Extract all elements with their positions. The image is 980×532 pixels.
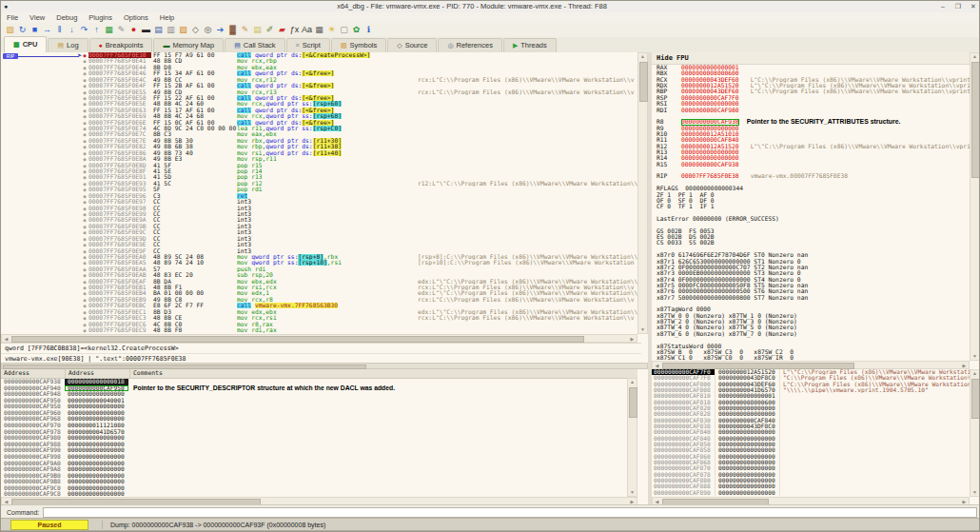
disasm-hscrollbar[interactable]: ◀ ▶	[1, 334, 637, 343]
fx-icon[interactable]: ƒx	[288, 24, 301, 36]
dump-address: 0000000000CAF9A8	[1, 466, 65, 473]
disasm-address: 00007FF7685F0EC9	[88, 327, 151, 333]
step-over-icon[interactable]: ↷	[78, 24, 90, 36]
tab-threads[interactable]: ▶Threads	[503, 38, 557, 52]
dump-comment	[128, 466, 637, 473]
stack-value: 0000000000000000	[715, 490, 780, 496]
call-stack-icon[interactable]: ▤	[152, 24, 165, 36]
registers-hscrollbar[interactable]: ◀ ▶	[652, 361, 970, 369]
dump-row[interactable]: 0000000000CAF9700000000011121080	[1, 423, 637, 429]
registers-vscrollbar[interactable]: ▲ ▼	[970, 52, 980, 361]
tab-source[interactable]: ◇Source	[387, 38, 437, 52]
tab-log[interactable]: ▤Log	[48, 38, 88, 52]
register-value: 00007FF7685F0E38	[681, 173, 739, 179]
cpu-chip-icon[interactable]: ▦	[103, 24, 115, 36]
tab-cpu[interactable]: ▦CPU	[4, 36, 47, 52]
goto-icon[interactable]: ➔	[214, 24, 226, 36]
pencil-icon[interactable]: ✎	[239, 24, 251, 36]
menu-item-options[interactable]: Options	[118, 12, 154, 23]
minimize-button[interactable]: –	[937, 1, 949, 12]
tab-call-stack[interactable]: ▤Call Stack	[225, 38, 284, 52]
symbols-icon[interactable]: ▧	[177, 24, 189, 36]
favourites-icon[interactable]: ✿	[350, 24, 363, 36]
dump-row[interactable]: 0000000000CAF9380000000000000018	[1, 379, 637, 385]
edit-page-icon[interactable]: ✎	[115, 24, 127, 36]
close-button[interactable]: ✕	[968, 1, 979, 12]
stack-panel[interactable]: 0000000000CAF7F00000000012A51520L"\"C:\\…	[652, 369, 970, 497]
dump-row[interactable]: 0000000000CAF9900000000000000000	[1, 447, 637, 454]
menu-item-help[interactable]: Help	[154, 12, 180, 23]
dump-comment	[128, 379, 637, 385]
dump-value: 0000000000040001	[65, 398, 128, 404]
notes-icon[interactable]: ▤	[251, 24, 264, 36]
script-icon[interactable]: ▥	[165, 24, 177, 36]
dump-vscrollbar[interactable]: ▲ ▼	[627, 378, 637, 497]
run-icon[interactable]: →	[41, 24, 53, 36]
disasm-vscrollbar[interactable]: ▲ ▼	[637, 52, 648, 334]
debug-state-badge: Paused	[10, 520, 88, 530]
open-file-icon[interactable]: ▨	[4, 24, 16, 36]
disassembly-panel[interactable]: ●00007FF7685F0E38FF 15 F7 A9 61 00call q…	[1, 52, 637, 334]
breakpoint-dot-icon[interactable]: ●	[81, 327, 88, 333]
tab-bar: ▦CPU▤Log●Breakpoints▬Memory Map▤Call Sta…	[1, 37, 980, 53]
dump-row[interactable]: 0000000000CAF9B00000000000000000	[1, 473, 637, 480]
eraser-icon[interactable]: ▰	[276, 24, 288, 36]
tab-symbols[interactable]: ▧Symbols	[331, 38, 386, 52]
tab-script[interactable]: ≡Script	[286, 38, 330, 52]
dump-panel[interactable]: Address Address Comments 0000000000CAF93…	[1, 369, 637, 504]
source-icon[interactable]: ◇	[189, 24, 202, 36]
horizontal-splitter[interactable]	[1, 363, 648, 369]
step-into-icon[interactable]: ↓	[66, 24, 78, 36]
pause-icon[interactable]: ‖	[53, 24, 66, 36]
registers-panel[interactable]: Hide FPU RAX0000000000000001RBX000000000…	[652, 52, 970, 361]
dump-row[interactable]: 0000000000CAF97800000000041D6570	[1, 429, 637, 436]
dump-header-address2[interactable]: Address	[66, 369, 130, 378]
stack-row[interactable]: 0000000000CAF8900000000000000000	[652, 490, 970, 496]
disasm-row[interactable]: ●00007FF7685F0EC948 8B F8mov rdi,rax	[1, 327, 637, 333]
dump-row[interactable]: 0000000000CAF9A80000000000000000	[1, 466, 637, 473]
stop-icon[interactable]: ■	[29, 24, 41, 36]
menu-item-debug[interactable]: Debug	[50, 12, 83, 23]
tab-breakpoints[interactable]: ●Breakpoints	[89, 38, 153, 52]
dump-row[interactable]: 0000000000CAF9980000000000000000	[1, 454, 637, 461]
highlight-icon[interactable]: ✐	[264, 24, 276, 36]
tab-memory-map-icon: ▬	[163, 39, 169, 52]
command-input[interactable]	[43, 507, 977, 518]
window-icon[interactable]: ▢	[338, 24, 350, 36]
tab-memory-map[interactable]: ▬Memory Map	[153, 38, 224, 52]
dump-address: 0000000000CAF970	[1, 423, 65, 429]
restart-icon[interactable]: ↻	[16, 24, 29, 36]
dump-row[interactable]: 0000000000CAF9800000000000000000	[1, 435, 637, 442]
dump-header-address1[interactable]: Address	[1, 369, 66, 378]
menu-item-view[interactable]: View	[24, 12, 50, 23]
rip-arrow-line	[18, 56, 79, 57]
disasm-bytes: 48 8B F8	[151, 327, 237, 333]
dump-row[interactable]: 0000000000CAF9C00000000000000000	[1, 485, 637, 492]
search-icon[interactable]: ◎	[202, 24, 214, 36]
info-icon[interactable]: ℹ	[363, 24, 375, 36]
tab-references[interactable]: ◎References	[438, 38, 501, 52]
patches-icon[interactable]: ▓	[226, 24, 239, 36]
maximize-button[interactable]: ❐	[952, 1, 964, 12]
dump-row[interactable]: 0000000000CAF9680000000000000000	[1, 416, 637, 423]
dump-row[interactable]: 0000000000CAF9B80000000000000000	[1, 479, 637, 485]
dump-row[interactable]: 0000000000CAF9480000000000000000	[1, 391, 637, 398]
dump-row[interactable]: 0000000000CAF9600000000000000000	[1, 410, 637, 417]
font-icon[interactable]: Aa	[301, 24, 313, 36]
dump-header-comments[interactable]: Comments	[130, 369, 637, 378]
stack-vscrollbar[interactable]: ▲ ▼	[970, 369, 980, 497]
dump-row[interactable]: 0000000000CAF9400000000000CAF950Pointer …	[1, 385, 637, 392]
dump-row[interactable]: 0000000000CAF9500000000000040001	[1, 398, 637, 404]
dump-address: 0000000000CAF980	[1, 435, 65, 442]
step-out-icon[interactable]: ↑	[90, 24, 103, 36]
bulb-icon[interactable]: ☀	[325, 24, 338, 36]
dump-comment	[128, 391, 637, 398]
memory-map-icon[interactable]: ▬	[140, 24, 152, 36]
dump-row[interactable]: 0000000000CAF9580000000000000000	[1, 404, 637, 410]
calculator-icon[interactable]: ▦	[313, 24, 325, 36]
dump-row[interactable]: 0000000000CAF9880000000000000000	[1, 442, 637, 448]
dump-row[interactable]: 0000000000CAF9A00000000000000000	[1, 461, 637, 467]
menu-item-plugins[interactable]: Plugins	[83, 12, 118, 23]
menu-item-file[interactable]: File	[1, 12, 24, 23]
breakpoint-icon[interactable]: ●	[127, 24, 140, 36]
